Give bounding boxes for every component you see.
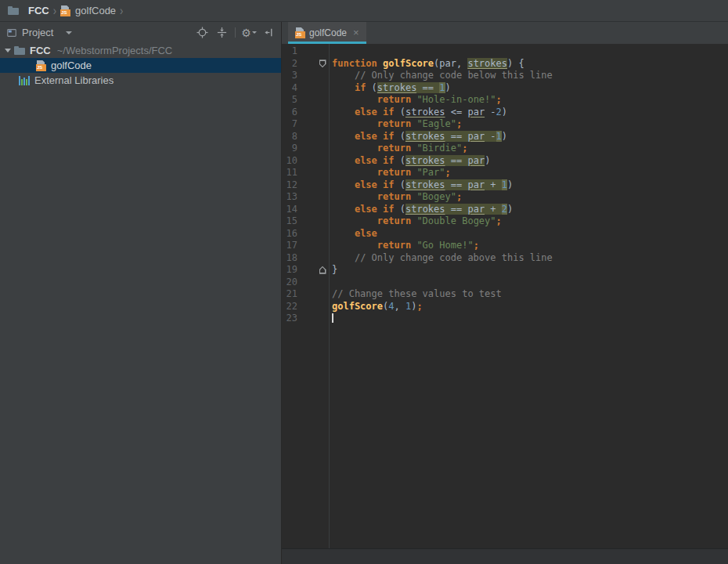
line-number: 22 bbox=[282, 301, 316, 313]
project-panel-title: Project bbox=[22, 27, 53, 38]
code-editor[interactable]: 1234567891011121314151617181920212223 fu… bbox=[282, 44, 728, 548]
gutter-line: 14 bbox=[282, 204, 329, 216]
folder-icon bbox=[14, 46, 25, 55]
line-number: 9 bbox=[282, 143, 316, 155]
line-number: 6 bbox=[282, 107, 316, 119]
fold-start-icon[interactable] bbox=[319, 60, 326, 67]
gutter-line: 12 bbox=[282, 179, 329, 192]
line-number: 3 bbox=[282, 70, 316, 82]
gutter-line: 17 bbox=[282, 240, 329, 252]
tree-item-path: ~/WebstormProjects/FCC bbox=[57, 45, 173, 56]
line-number: 19 bbox=[282, 264, 316, 277]
gutter-line: 19 bbox=[282, 264, 329, 277]
code-line: // Only change code below this line bbox=[332, 70, 728, 82]
line-number: 4 bbox=[282, 82, 316, 95]
code-line: return "Double Bogey"; bbox=[332, 215, 728, 228]
code-line: return "Par"; bbox=[332, 167, 728, 179]
line-number: 13 bbox=[282, 191, 316, 204]
chevron-right-icon: › bbox=[53, 3, 56, 19]
project-tool-window: Project bbox=[0, 22, 282, 564]
code-line: else if (strokes == par + 2) bbox=[332, 204, 728, 216]
code-line: else bbox=[332, 228, 728, 240]
webstorm-window: FCC › JS golfCode › Project bbox=[0, 0, 728, 564]
gutter-lines: 1234567891011121314151617181920212223 bbox=[282, 44, 330, 548]
gutter-line: 13 bbox=[282, 191, 329, 204]
gutter-line: 4 bbox=[282, 82, 329, 95]
js-file-icon: JS bbox=[60, 5, 70, 16]
gutter-line: 16 bbox=[282, 228, 329, 240]
expander-icon[interactable] bbox=[5, 49, 11, 52]
gutter-line: 5 bbox=[282, 94, 329, 107]
tree-item-project-root[interactable]: FCC ~/WebstormProjects/FCC bbox=[0, 43, 281, 58]
chevron-down-icon bbox=[66, 31, 72, 34]
editor-area: JS golfCode × 12345678910111213141516171… bbox=[282, 22, 728, 564]
js-file-icon: JS bbox=[295, 27, 305, 38]
tree-item-label: External Libraries bbox=[34, 74, 114, 86]
locate-file-icon[interactable] bbox=[196, 27, 208, 39]
breadcrumb-label: golfCode bbox=[75, 5, 116, 16]
breadcrumb-item-golfcode[interactable]: JS golfCode bbox=[60, 5, 116, 16]
js-file-icon: JS bbox=[36, 60, 46, 71]
gutter-line: 9 bbox=[282, 143, 329, 155]
line-number: 8 bbox=[282, 131, 316, 143]
gutter-line: 23 bbox=[282, 313, 329, 325]
code-line: return "Birdie"; bbox=[332, 143, 728, 155]
collapse-all-icon[interactable] bbox=[215, 27, 228, 39]
code-line: else if (strokes == par + 1) bbox=[332, 179, 728, 192]
code-line: else if (strokes == par -1) bbox=[332, 131, 728, 143]
line-number: 20 bbox=[282, 277, 316, 289]
code-line: // Change these values to test bbox=[332, 288, 728, 301]
line-number: 5 bbox=[282, 94, 316, 107]
gutter-line: 21 bbox=[282, 288, 329, 301]
editor-bottom-strip bbox=[282, 548, 728, 564]
line-number: 15 bbox=[282, 215, 316, 228]
code-line bbox=[332, 277, 728, 289]
text-caret bbox=[332, 313, 333, 323]
code-line: return "Eagle"; bbox=[332, 118, 728, 131]
chevron-down-icon bbox=[252, 31, 257, 34]
tree-item-label: FCC bbox=[30, 45, 51, 56]
gutter-line: 8 bbox=[282, 131, 329, 143]
line-number: 21 bbox=[282, 288, 316, 301]
code-lines[interactable]: function golfScore(par, strokes) { // On… bbox=[330, 44, 728, 548]
gutter-line: 3 bbox=[282, 70, 329, 82]
gutter-line: 6 bbox=[282, 107, 329, 119]
project-panel-header: Project bbox=[0, 22, 281, 43]
js-file-badge: JS bbox=[295, 31, 305, 38]
gutter-line: 15 bbox=[282, 215, 329, 228]
gutter-line: 1 bbox=[282, 45, 329, 58]
tree-item-golfcode[interactable]: JS golfCode bbox=[0, 58, 281, 73]
code-line: else if (strokes <= par -2) bbox=[332, 107, 728, 119]
gutter-line: 18 bbox=[282, 252, 329, 265]
gutter-line: 7 bbox=[282, 118, 329, 131]
line-number: 7 bbox=[282, 118, 316, 131]
fold-end-icon[interactable] bbox=[319, 266, 326, 274]
breadcrumb: FCC › JS golfCode › bbox=[0, 0, 728, 22]
tree-item-label: golfCode bbox=[51, 60, 92, 71]
line-number: 14 bbox=[282, 204, 316, 216]
settings-gear-icon[interactable]: ⚙ bbox=[243, 27, 255, 39]
code-line: else if (strokes == par) bbox=[332, 155, 728, 168]
code-line: function golfScore(par, strokes) { bbox=[332, 58, 728, 70]
close-icon[interactable]: × bbox=[353, 28, 359, 38]
line-number: 23 bbox=[282, 313, 316, 325]
js-file-badge: JS bbox=[36, 64, 46, 71]
code-line: // Only change code above this line bbox=[332, 252, 728, 265]
line-number: 2 bbox=[282, 58, 316, 70]
chevron-right-icon: › bbox=[120, 3, 123, 19]
code-line: golfScore(4, 1); bbox=[332, 301, 728, 313]
code-line: return "Hole-in-one!"; bbox=[332, 94, 728, 107]
project-view-selector[interactable]: Project bbox=[6, 27, 72, 38]
hide-panel-icon[interactable] bbox=[262, 27, 275, 39]
folder-icon bbox=[8, 6, 19, 15]
tab-label: golfCode bbox=[309, 27, 347, 38]
line-number: 17 bbox=[282, 240, 316, 252]
tab-golfcode[interactable]: JS golfCode × bbox=[288, 22, 366, 44]
gutter-line: 20 bbox=[282, 277, 329, 289]
breadcrumb-item-fcc[interactable]: FCC bbox=[8, 5, 49, 16]
line-number: 10 bbox=[282, 155, 316, 168]
external-libraries-icon bbox=[19, 76, 30, 85]
toolbar-divider bbox=[235, 27, 236, 38]
line-number: 1 bbox=[282, 45, 316, 58]
tree-item-external-libraries[interactable]: External Libraries bbox=[0, 73, 281, 88]
